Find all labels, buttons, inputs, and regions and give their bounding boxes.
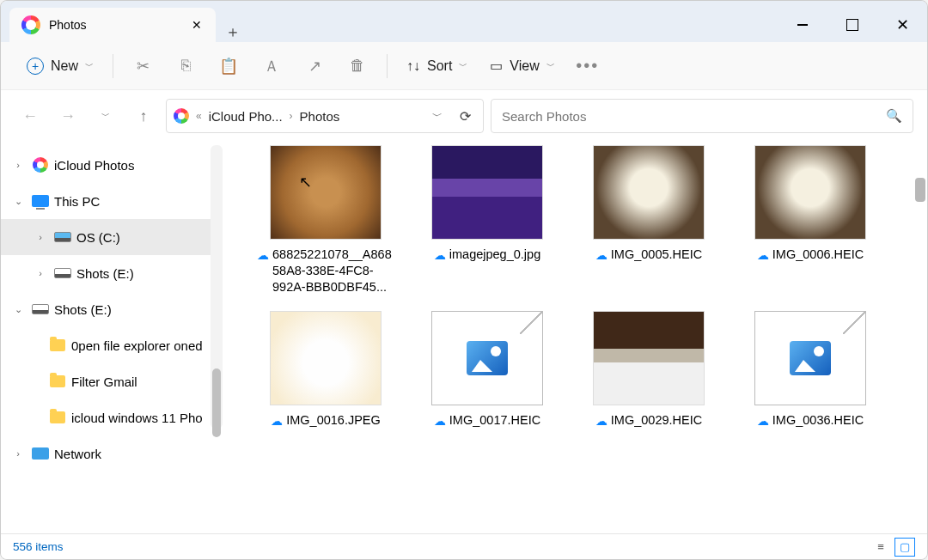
address-dropdown-icon[interactable]: ﹀ — [427, 109, 448, 124]
folder-icon — [50, 375, 65, 387]
cloud-icon: ☁ — [271, 414, 283, 428]
paste-icon[interactable]: 📋 — [210, 51, 247, 82]
icons-view-button[interactable]: ▢ — [894, 538, 915, 557]
new-tab-button[interactable]: ＋ — [216, 21, 250, 42]
share-icon[interactable]: ↗ — [296, 51, 333, 82]
minimize-button[interactable] — [778, 8, 827, 42]
cloud-icon: ☁ — [595, 248, 607, 262]
close-tab-icon[interactable]: ✕ — [190, 18, 204, 32]
copy-icon[interactable]: ⎘ — [167, 51, 205, 82]
file-item[interactable]: ☁IMG_0006.HEIC — [733, 145, 888, 295]
folder-icon — [50, 339, 65, 351]
recent-locations-button[interactable]: ﹀ — [90, 100, 121, 131]
file-item[interactable]: ☁IMG_0005.HEIC — [571, 145, 726, 295]
network-icon — [32, 447, 49, 460]
photos-app-icon — [21, 15, 40, 34]
sidebar-item-network[interactable]: › Network — [1, 435, 223, 472]
sidebar-item-folder-open-explorer[interactable]: 0pen file explorer oned — [1, 327, 223, 363]
sort-label: Sort — [427, 58, 452, 74]
details-view-button[interactable]: ≡ — [870, 538, 891, 557]
search-box[interactable]: 🔍 — [491, 99, 913, 133]
breadcrumb-seg-2[interactable]: Photos — [300, 109, 340, 124]
file-grid: ☁68825221078__A86858A8-338E-4FC8-992A-BB… — [248, 145, 919, 428]
breadcrumb-overflow-icon: « — [196, 110, 202, 122]
thumbnail — [754, 145, 866, 240]
thumbnail — [754, 311, 866, 405]
cloud-icon: ☁ — [434, 248, 446, 262]
chevron-down-icon[interactable]: ⌄ — [9, 196, 27, 207]
file-item[interactable]: ☁68825221078__A86858A8-338E-4FC8-992A-BB… — [248, 145, 403, 295]
photos-app-icon — [174, 108, 189, 124]
more-button[interactable]: ••• — [569, 51, 607, 82]
sidebar-item-shots-e-1[interactable]: › Shots (E:) — [1, 255, 223, 291]
chevron-down-icon: ﹀ — [85, 60, 94, 72]
file-item[interactable]: ☁IMG_0016.JPEG — [248, 311, 403, 429]
search-input[interactable] — [502, 109, 886, 124]
refresh-icon[interactable]: ⟳ — [455, 108, 476, 125]
sidebar-item-label: Shots (E:) — [54, 302, 112, 317]
back-button[interactable]: ← — [15, 100, 46, 131]
sidebar-item-this-pc[interactable]: ⌄ This PC — [1, 183, 223, 219]
rename-icon[interactable]: Ａ — [253, 51, 290, 82]
file-name: IMG_0005.HEIC — [611, 247, 702, 263]
chevron-right-icon[interactable]: › — [32, 232, 49, 242]
maximize-button[interactable] — [827, 8, 877, 42]
titlebar: Photos ✕ ＋ ✕ — [1, 1, 927, 42]
cut-icon[interactable]: ✂ — [124, 51, 162, 82]
chevron-right-icon[interactable]: › — [32, 268, 49, 278]
delete-icon[interactable]: 🗑 — [339, 51, 376, 82]
sidebar-item-label: This PC — [54, 194, 100, 209]
file-name: IMG_0036.HEIC — [772, 412, 864, 429]
sidebar-item-label: 0pen file explorer oned — [71, 338, 203, 353]
file-item[interactable]: ☁IMG_0036.HEIC — [733, 311, 888, 429]
nav-row: ← → ﹀ ↑ « iCloud Pho... › Photos ﹀ ⟳ 🔍 — [1, 90, 927, 142]
content-area[interactable]: ☁68825221078__A86858A8-338E-4FC8-992A-BB… — [223, 142, 927, 533]
plus-circle-icon: + — [27, 58, 44, 75]
sort-button[interactable]: ↑↓ Sort ﹀ — [398, 51, 476, 82]
sidebar-item-folder-icloud-win11[interactable]: icloud windows 11 Pho — [1, 399, 223, 435]
sidebar-scrollbar-track[interactable] — [211, 145, 223, 429]
sidebar-item-label: Network — [54, 447, 101, 461]
sidebar-item-label: iCloud Photos — [54, 158, 134, 173]
file-name: IMG_0006.HEIC — [772, 247, 864, 263]
tab-photos[interactable]: Photos ✕ — [9, 8, 216, 42]
command-bar: + New ﹀ ✂ ⎘ 📋 Ａ ↗ 🗑 ↑↓ Sort ﹀ ▭ View ﹀ •… — [1, 42, 927, 90]
file-name: IMG_0029.HEIC — [611, 412, 702, 429]
file-item[interactable]: ☁imagejpeg_0.jpg — [410, 145, 565, 295]
close-window-button[interactable]: ✕ — [877, 8, 927, 42]
file-item[interactable]: ☁IMG_0029.HEIC — [571, 311, 726, 429]
chevron-right-icon[interactable]: › — [9, 160, 27, 170]
sidebar-item-os-c[interactable]: › OS (C:) — [1, 219, 223, 255]
cloud-icon: ☁ — [757, 414, 769, 428]
thumbnail — [270, 145, 382, 240]
tab-title: Photos — [49, 18, 181, 32]
new-button[interactable]: + New ﹀ — [18, 51, 102, 82]
file-name: IMG_0017.HEIC — [449, 412, 540, 429]
nav-pane: › iCloud Photos ⌄ This PC › OS (C:) › Sh… — [1, 142, 223, 533]
thumbnail — [593, 311, 705, 405]
cloud-icon: ☁ — [757, 248, 769, 262]
chevron-down-icon[interactable]: ⌄ — [9, 304, 27, 315]
file-item[interactable]: ☁IMG_0017.HEIC — [410, 311, 565, 429]
chevron-down-icon: ﹀ — [459, 60, 467, 72]
forward-button[interactable]: → — [52, 100, 83, 131]
chevron-right-icon: › — [290, 110, 293, 122]
generic-image-icon — [467, 341, 508, 375]
file-name: IMG_0016.JPEG — [286, 412, 381, 429]
sidebar-item-label: Filter Gmail — [71, 374, 137, 389]
sidebar-item-shots-e-2[interactable]: ⌄ Shots (E:) — [1, 291, 223, 327]
address-bar[interactable]: « iCloud Pho... › Photos ﹀ ⟳ — [166, 99, 484, 133]
thumbnail — [431, 311, 543, 405]
sidebar-scrollbar-thumb[interactable] — [212, 368, 221, 437]
search-icon[interactable]: 🔍 — [886, 108, 902, 124]
breadcrumb-seg-1[interactable]: iCloud Pho... — [209, 109, 283, 124]
sidebar-item-icloud-photos[interactable]: › iCloud Photos — [1, 147, 223, 183]
chevron-right-icon[interactable]: › — [9, 448, 27, 459]
thumbnail — [431, 145, 543, 240]
cloud-icon: ☁ — [434, 414, 446, 428]
sidebar-item-folder-filter-gmail[interactable]: Filter Gmail — [1, 363, 223, 399]
content-scrollbar-thumb[interactable] — [915, 178, 925, 202]
up-button[interactable]: ↑ — [128, 100, 159, 131]
view-button[interactable]: ▭ View ﹀ — [481, 51, 563, 82]
window-controls: ✕ — [778, 8, 927, 42]
